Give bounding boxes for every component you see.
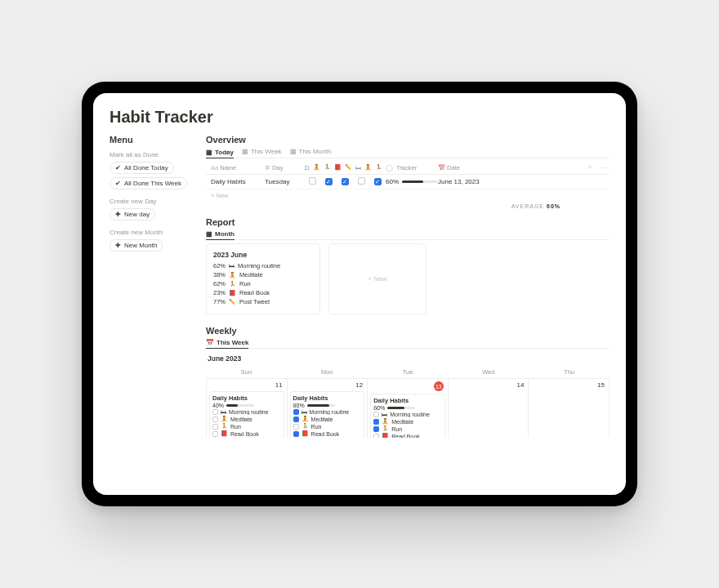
check-icon: ✔	[115, 164, 121, 172]
sidebar-section-label: Mark all as Done	[109, 151, 191, 158]
weekly-cell[interactable]: 11Daily Habits40%🛏Morning routine🧘Medita…	[206, 379, 288, 438]
weekly-month: June 2023	[206, 351, 610, 366]
day-number: 15	[531, 381, 606, 390]
weekly-tabs: 📅This Week	[206, 339, 610, 349]
habit-row[interactable]: 🛏Morning routine	[373, 412, 442, 417]
tab-this-month[interactable]: ▦This Month	[290, 148, 332, 155]
habit-checkbox[interactable]	[293, 416, 299, 422]
plus-icon: ✚	[115, 242, 121, 249]
hdr-icon: 🧘	[364, 164, 372, 171]
day-number: 12	[290, 381, 365, 390]
sidebar: Menu Mark all as Done ✔All Done Today ✔A…	[109, 135, 191, 495]
check-icon: ✔	[115, 180, 121, 187]
habit-icons-header: 🗒 🧘 🏃 📕 ✏️ 🛏 🧘 🏃	[304, 164, 386, 171]
tab-this-week[interactable]: 📅This Week	[206, 339, 248, 349]
habit-row[interactable]: 🧘Meditate	[373, 418, 442, 425]
habit-checkbox[interactable]	[358, 177, 365, 185]
sidebar-heading: Menu	[109, 135, 191, 145]
all-done-today-button[interactable]: ✔All Done Today	[109, 162, 174, 174]
hdr-icon: 🛏	[355, 165, 361, 171]
habit-checkbox[interactable]: ✓	[374, 178, 382, 185]
habit-checkbox[interactable]: ✓	[325, 178, 333, 185]
day-number: 14	[451, 381, 526, 390]
tab-this-week[interactable]: ▦This Week	[242, 148, 282, 155]
grid-icon: ▦	[290, 148, 297, 155]
habit-row[interactable]: 📕Read Book	[293, 430, 362, 437]
habit-row[interactable]: 📕Read Book	[212, 430, 281, 437]
weekly-day-headers: Sun Mon Tue Wed Thu	[206, 366, 610, 379]
weekly-cell[interactable]: 12Daily Habits80%🛏Morning routine🧘Medita…	[288, 379, 368, 438]
sidebar-section-label: Create new Month	[109, 229, 191, 236]
habit-row[interactable]: 🏃Run	[212, 423, 281, 430]
row-day: Tuesday	[265, 178, 304, 185]
day-card[interactable]: Daily Habits60%🛏Morning routine🧘Meditate…	[370, 394, 445, 438]
day-number: 13	[370, 381, 445, 392]
grid-icon: ▦	[242, 148, 248, 155]
new-month-button[interactable]: ✚New Month	[109, 239, 163, 252]
list-icon: ▦	[206, 230, 212, 238]
report-new-card[interactable]: + New	[328, 243, 426, 314]
day-card[interactable]: Daily Habits80%🛏Morning routine🧘Meditate…	[290, 391, 365, 438]
habit-row[interactable]: 🏃Run	[373, 425, 442, 432]
day-card[interactable]: Daily Habits40%🛏Morning routine🧘Meditate…	[209, 391, 284, 438]
overview-average: AVERAGE 60%	[206, 203, 610, 209]
habit-checkbox[interactable]	[373, 426, 379, 432]
more-icon[interactable]: ⋯	[596, 164, 610, 172]
weekly-cell[interactable]: 15	[529, 379, 610, 438]
hdr-icon: 🧘	[313, 164, 320, 171]
weekly-cell[interactable]: 13Daily Habits60%🛏Morning routine🧘Medita…	[368, 379, 449, 438]
habit-row[interactable]: 🏃Run	[293, 423, 362, 430]
habit-checkbox[interactable]: ✓	[342, 178, 349, 185]
hdr-icon: 🏃	[324, 164, 331, 171]
weekly-cell[interactable]: 14	[449, 379, 529, 438]
habit-checkbox[interactable]	[293, 409, 299, 415]
day-number: 11	[209, 381, 284, 390]
row-tracker: 60%	[386, 178, 438, 185]
report-card[interactable]: 2023 June 62%🛏Morning routine 38%🧘Medita…	[206, 243, 320, 314]
overview-new-row[interactable]: + New	[211, 192, 228, 199]
all-done-week-button[interactable]: ✔All Done This Week	[109, 177, 187, 189]
hdr-icon: 📕	[334, 164, 342, 171]
report-card-title: 2023 June	[213, 251, 313, 259]
row-name: Daily Habits	[206, 178, 265, 185]
habit-checkbox[interactable]	[373, 412, 379, 417]
tablet-frame: Habit Tracker Menu Mark all as Done ✔All…	[82, 82, 637, 506]
hdr-icon: 🗒	[304, 165, 310, 171]
add-column-icon[interactable]: ＋	[583, 163, 596, 172]
new-day-button[interactable]: ✚New day	[109, 208, 155, 220]
page: Habit Tracker Menu Mark all as Done ✔All…	[93, 93, 626, 495]
habit-checkbox[interactable]	[212, 424, 218, 430]
hdr-icon: ✏️	[345, 164, 352, 171]
habit-checkbox[interactable]	[309, 177, 316, 185]
report-tabs: ▦Month	[206, 230, 610, 240]
habit-checkbox[interactable]	[293, 431, 299, 437]
habit-row[interactable]: 🛏Morning routine	[212, 409, 281, 415]
screen: Habit Tracker Menu Mark all as Done ✔All…	[93, 93, 626, 495]
habit-checkbox[interactable]	[373, 419, 379, 425]
main: Overview ▦Today ▦This Week ▦This Month A…	[206, 135, 610, 495]
overview-heading: Overview	[206, 135, 610, 145]
habit-row[interactable]: 📕Read Book	[373, 433, 442, 438]
habit-checkbox[interactable]	[212, 416, 218, 422]
habit-row[interactable]: 🧘Meditate	[293, 416, 362, 422]
habit-checkbox[interactable]	[212, 431, 218, 437]
hdr-icon: 🏃	[375, 164, 382, 171]
report-heading: Report	[206, 217, 610, 227]
list-icon: ▦	[206, 149, 212, 156]
habit-checkbox[interactable]	[212, 409, 218, 415]
habit-checkbox[interactable]	[293, 424, 299, 430]
habit-checkbox[interactable]	[373, 434, 379, 439]
habit-row[interactable]: 🧘Meditate	[212, 416, 281, 422]
overview-row[interactable]: Daily Habits Tuesday ✓ ✓ ✓ 60% June 13, …	[206, 175, 610, 189]
habit-row[interactable]: 🛏Morning routine	[293, 409, 362, 415]
page-title: Habit Tracker	[109, 108, 610, 127]
weekly-row: 11Daily Habits40%🛏Morning routine🧘Medita…	[206, 379, 610, 438]
tab-month[interactable]: ▦Month	[206, 230, 234, 240]
overview-header: Aa Name ✲ Day 🗒 🧘 🏃 📕 ✏️ 🛏 🧘 🏃	[206, 161, 610, 175]
row-date: June 13, 2023	[438, 178, 495, 185]
weekly-heading: Weekly	[206, 326, 610, 336]
tab-today[interactable]: ▦Today	[206, 148, 234, 158]
sidebar-section-label: Create new Day	[109, 198, 191, 205]
calendar-icon: 📅	[206, 339, 214, 346]
overview-tabs: ▦Today ▦This Week ▦This Month	[206, 148, 610, 158]
